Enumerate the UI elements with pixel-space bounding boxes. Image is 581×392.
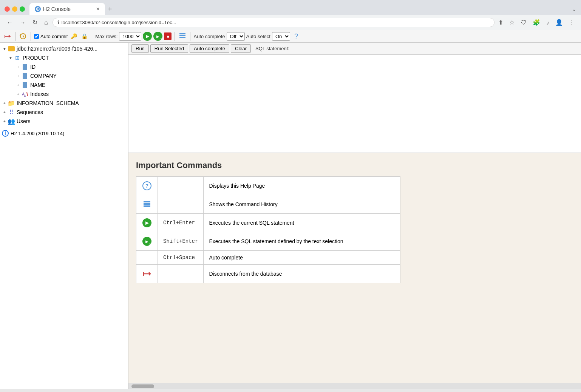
nav-bar: ← → ↻ ⌂ ℹ localhost:8080/h2-console/logi… bbox=[0, 15, 581, 30]
product-table-item[interactable]: ▼ ⊞ PRODUCT bbox=[0, 53, 128, 62]
sequences-expand-icon[interactable]: + bbox=[2, 109, 8, 115]
tab-close-button[interactable]: ✕ bbox=[96, 6, 100, 12]
description-cell: Displays this Help Page bbox=[204, 177, 400, 195]
history-btn[interactable] bbox=[178, 32, 187, 41]
shortcut-cell bbox=[158, 265, 204, 283]
close-button[interactable] bbox=[5, 6, 10, 12]
svg-rect-11 bbox=[144, 203, 150, 205]
id-column-label: ID bbox=[30, 64, 36, 70]
product-table-label: PRODUCT bbox=[23, 55, 49, 61]
sql-area: Run Run Selected Auto complete Clear SQL… bbox=[128, 43, 581, 389]
home-button[interactable]: ⌂ bbox=[42, 18, 50, 28]
tab-favicon bbox=[35, 6, 41, 12]
auto-select-select[interactable]: On Off bbox=[272, 32, 290, 41]
name-column-item[interactable]: + NAME bbox=[0, 80, 128, 90]
help-icon[interactable]: ? bbox=[292, 32, 301, 41]
bottom-scrollbar[interactable] bbox=[128, 383, 581, 389]
company-column-label: COMPANY bbox=[30, 73, 57, 79]
schema-expand-icon[interactable]: + bbox=[2, 100, 8, 106]
run-play-button[interactable]: ▶ bbox=[143, 32, 152, 41]
clear-button[interactable]: Clear bbox=[231, 44, 251, 53]
shield-icon[interactable]: 🛡 bbox=[519, 18, 528, 28]
users-item[interactable]: + 👥 Users bbox=[0, 117, 128, 126]
forward-button[interactable]: → bbox=[17, 18, 28, 28]
tab-more-button[interactable]: ⌄ bbox=[572, 6, 576, 12]
users-icon: 👥 bbox=[8, 117, 15, 125]
minimize-button[interactable] bbox=[12, 6, 17, 12]
auto-select-label: Auto select bbox=[246, 34, 270, 39]
company-expand-icon[interactable]: + bbox=[15, 73, 21, 79]
table-row: Ctrl+Space Auto complete bbox=[136, 251, 400, 265]
sep3 bbox=[92, 32, 92, 41]
address-bar[interactable]: ℹ localhost:8080/h2-console/login.do?jse… bbox=[53, 18, 494, 27]
run-button[interactable]: Run bbox=[131, 44, 149, 53]
auto-complete-select[interactable]: Off On bbox=[227, 32, 245, 41]
indexes-icon: A z bbox=[21, 90, 29, 98]
scroll-thumb[interactable] bbox=[131, 384, 154, 388]
back-button[interactable]: ← bbox=[5, 18, 15, 28]
sep5 bbox=[190, 32, 190, 41]
active-tab[interactable]: H2 Console ✕ bbox=[29, 3, 105, 15]
svg-rect-6 bbox=[179, 37, 185, 38]
product-collapse-icon[interactable]: ▼ bbox=[8, 55, 14, 61]
maximize-button[interactable] bbox=[20, 6, 25, 12]
indexes-item[interactable]: + A z Indexes bbox=[0, 90, 128, 99]
disconnect-icon bbox=[142, 269, 152, 279]
stop-button[interactable]: ■ bbox=[164, 32, 172, 40]
history-toolbar-icon[interactable] bbox=[19, 32, 28, 41]
svg-rect-10 bbox=[144, 201, 150, 202]
svg-rect-5 bbox=[179, 35, 185, 36]
sql-input[interactable] bbox=[128, 55, 581, 153]
tab-title: H2 Console bbox=[43, 6, 71, 12]
sep1 bbox=[15, 32, 15, 41]
svg-rect-12 bbox=[144, 205, 150, 207]
description-cell: Executes the SQL statement defined by th… bbox=[204, 232, 400, 251]
table-row: ▶ ≡ Shift+Enter Executes the SQL stateme… bbox=[136, 232, 400, 251]
security-icon: ℹ bbox=[57, 20, 59, 25]
help-table: ? Displays this Help Page bbox=[136, 176, 400, 283]
sequences-icon: ⠿ bbox=[8, 108, 15, 116]
indexes-expand-icon[interactable]: + bbox=[15, 91, 21, 97]
id-column-item[interactable]: + ID bbox=[0, 62, 128, 71]
rollback-icon[interactable]: 🔒 bbox=[80, 32, 89, 41]
run-icon: ▶ bbox=[142, 218, 152, 228]
description-cell: Shows the Command History bbox=[204, 195, 400, 214]
disconnect-toolbar-icon[interactable] bbox=[3, 32, 12, 41]
users-expand-icon[interactable]: + bbox=[2, 118, 8, 124]
commit-icon[interactable]: 🔑 bbox=[69, 32, 78, 41]
information-schema-label: INFORMATION_SCHEMA bbox=[17, 100, 79, 106]
sql-editor-container bbox=[128, 55, 581, 153]
help-content: Important Commands ? Displays this Help … bbox=[128, 153, 581, 383]
db-connection-label: jdbc:h2:mem:0fa7d009-f105-426... bbox=[17, 46, 97, 52]
run-selected-button[interactable]: ▶ ≡ bbox=[153, 32, 162, 41]
column-icon-company bbox=[21, 72, 29, 80]
shortcut-cell bbox=[158, 177, 204, 195]
reload-button[interactable]: ↻ bbox=[30, 17, 40, 28]
information-schema-item[interactable]: + 📁 INFORMATION_SCHEMA bbox=[0, 99, 128, 108]
auto-commit-label[interactable]: Auto commit bbox=[34, 34, 68, 39]
name-expand-icon[interactable]: + bbox=[15, 82, 21, 88]
max-rows-select[interactable]: 1000 500 100 bbox=[119, 32, 141, 41]
bookmark-icon[interactable]: ☆ bbox=[508, 17, 516, 28]
table-row: Shows the Command History bbox=[136, 195, 400, 214]
profile-icon[interactable]: 👤 bbox=[554, 17, 564, 28]
sequences-label: Sequences bbox=[17, 109, 43, 115]
new-tab-button[interactable]: + bbox=[105, 4, 115, 15]
version-label: H2 1.4.200 (2019-10-14) bbox=[11, 131, 64, 136]
company-column-item[interactable]: + COMPANY bbox=[0, 71, 128, 80]
shortcut-cell bbox=[158, 195, 204, 214]
auto-complete-button[interactable]: Auto complete bbox=[190, 44, 229, 53]
traffic-lights bbox=[5, 6, 25, 12]
db-connection-item[interactable]: ▼ jdbc:h2:mem:0fa7d009-f105-426... bbox=[0, 44, 128, 53]
share-icon[interactable]: ⬆ bbox=[497, 17, 505, 28]
music-icon[interactable]: ♪ bbox=[545, 18, 551, 28]
run-selected-button-sql[interactable]: Run Selected bbox=[150, 44, 188, 53]
sequences-item[interactable]: + ⠿ Sequences bbox=[0, 108, 128, 117]
auto-commit-checkbox[interactable] bbox=[34, 34, 39, 39]
puzzle-icon[interactable]: 🧩 bbox=[531, 17, 542, 28]
id-expand-icon[interactable]: + bbox=[15, 64, 21, 70]
menu-icon[interactable]: ⋮ bbox=[567, 17, 576, 28]
collapse-icon[interactable]: ▼ bbox=[2, 46, 8, 52]
url-text: localhost:8080/h2-console/login.do?jsess… bbox=[62, 20, 490, 25]
info-icon: i bbox=[2, 130, 9, 137]
